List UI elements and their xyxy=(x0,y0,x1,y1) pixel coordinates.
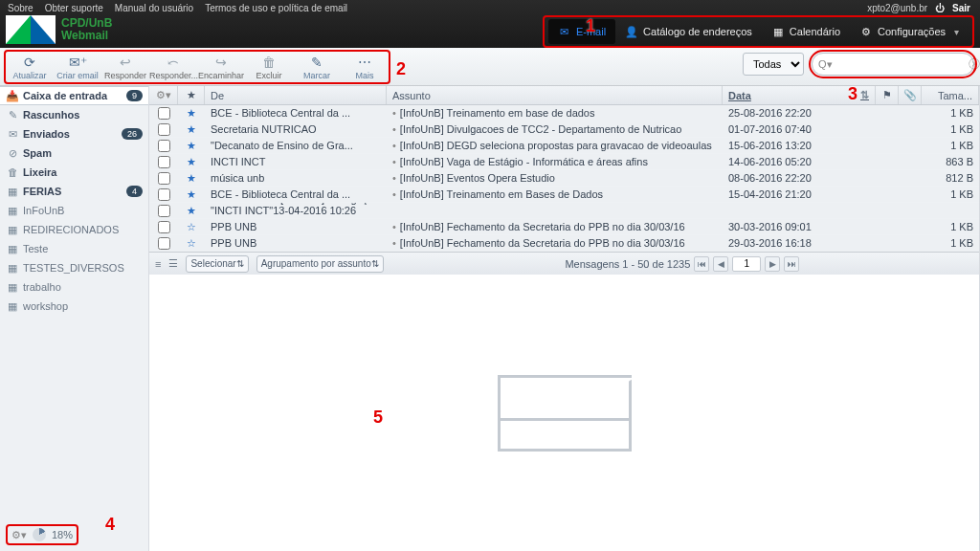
grouping-menu[interactable]: Agrupamento por assunto ⇅ xyxy=(256,255,384,273)
row-flag[interactable] xyxy=(876,219,899,234)
filter-select[interactable]: Todas xyxy=(743,53,804,76)
col-config[interactable]: ⚙▾ xyxy=(149,86,178,104)
row-attach xyxy=(899,138,922,153)
row-flag[interactable] xyxy=(876,187,899,202)
logout-button[interactable]: Sair xyxy=(952,3,970,13)
row-star[interactable]: ★ xyxy=(178,138,205,153)
row-checkbox[interactable] xyxy=(158,156,170,168)
page-input[interactable] xyxy=(732,256,761,272)
row-checkbox[interactable] xyxy=(158,140,170,152)
link-terms[interactable]: Termos de uso e política de email xyxy=(205,3,347,13)
message-row[interactable]: ★BCE - Biblioteca Central da ...•[InfoUn… xyxy=(149,187,979,203)
row-checkbox[interactable] xyxy=(158,172,170,185)
message-row[interactable]: ★"INCTI INCT" •[InfoUnB] Divulgação de v… xyxy=(149,203,979,219)
row-checkbox[interactable] xyxy=(158,107,170,120)
row-star[interactable]: ★ xyxy=(178,121,205,137)
link-manual[interactable]: Manual do usuário xyxy=(115,3,193,13)
row-attach xyxy=(899,105,922,121)
folder-trabalho[interactable]: ▦trabalho xyxy=(0,277,148,297)
folder-ferias[interactable]: ▦FERIAS4 xyxy=(0,182,148,201)
delete-button[interactable]: 🗑Excluir xyxy=(245,54,293,82)
row-from: PPB UNB xyxy=(205,235,387,251)
forward-label: Encaminhar xyxy=(197,71,245,80)
row-flag[interactable] xyxy=(876,138,899,153)
replyall-button[interactable]: ⤺Responder... xyxy=(149,54,197,82)
row-flag[interactable] xyxy=(876,121,899,137)
search-input[interactable] xyxy=(836,58,969,70)
message-row[interactable]: ★INCTI INCT•[InfoUnB] Vaga de Estágio - … xyxy=(149,154,979,170)
list-toggle-icon[interactable]: ☰ xyxy=(168,257,178,270)
row-flag[interactable] xyxy=(876,170,899,186)
row-flag[interactable] xyxy=(876,154,899,169)
message-row[interactable]: ★música unb•[InfoUnB] Eventos Opera Estu… xyxy=(149,170,979,187)
row-star[interactable]: ☆ xyxy=(178,219,205,234)
select-menu[interactable]: Selecionar ⇅ xyxy=(186,255,248,273)
folder-spam[interactable]: ⊘Spam xyxy=(0,143,148,163)
reply-button[interactable]: ↩Responder xyxy=(101,54,149,82)
row-checkbox[interactable] xyxy=(158,205,170,217)
top-bar: Sobre Obter suporte Manual do usuário Te… xyxy=(0,0,980,48)
col-date[interactable]: Data⇅ xyxy=(723,86,876,104)
row-date: 30-03-2016 09:01 xyxy=(723,219,876,234)
settings-gear-icon[interactable]: ⚙▾ xyxy=(11,529,27,541)
folder-teste[interactable]: ▦Teste xyxy=(0,239,148,258)
page-prev[interactable]: ◀ xyxy=(713,256,728,272)
row-star[interactable]: ★ xyxy=(178,203,205,218)
col-flag[interactable]: ⚑ xyxy=(876,86,899,104)
folder-name: InFoUnB xyxy=(23,205,143,216)
nav-calendar[interactable]: ▦ Calendário xyxy=(762,19,850,44)
search-box[interactable]: Q▾ ⓧ xyxy=(812,53,974,76)
mark-button[interactable]: ✎Marcar xyxy=(293,54,341,82)
row-star[interactable]: ★ xyxy=(178,154,205,169)
col-subject[interactable]: Assunto xyxy=(387,86,723,104)
folder-enviados[interactable]: ✉Enviados26 xyxy=(0,124,148,143)
folder-testes-diversos[interactable]: ▦TESTES_DIVERSOS xyxy=(0,258,148,277)
folder-icon: 🗑 xyxy=(6,166,19,178)
thread-toggle-icon[interactable]: ≡ xyxy=(155,258,161,270)
more-button[interactable]: ⋯Mais xyxy=(341,54,389,82)
refresh-button[interactable]: ⟳Atualizar xyxy=(6,54,54,82)
nav-email[interactable]: ✉ E-mail xyxy=(548,19,615,44)
message-row[interactable]: ★Secretaria NUTRICAO•[InfoUnB] Divulgaco… xyxy=(149,121,979,138)
link-support[interactable]: Obter suporte xyxy=(45,3,103,13)
link-about[interactable]: Sobre xyxy=(8,3,33,13)
clear-search-icon[interactable]: ⓧ xyxy=(969,56,980,73)
col-size[interactable]: Tama... xyxy=(922,86,979,104)
message-row[interactable]: ☆PPB UNB•[InfoUnB] Fechamento da Secreta… xyxy=(149,219,979,235)
folder-caixa-de-entrada[interactable]: 📥Caixa de entrada9 xyxy=(0,86,148,105)
page-last[interactable]: ⏭ xyxy=(784,256,799,272)
brand-logo: CPD/UnB Webmail xyxy=(6,15,112,44)
col-from[interactable]: De xyxy=(205,86,387,104)
row-flag[interactable] xyxy=(876,105,899,121)
row-star[interactable]: ★ xyxy=(178,105,205,121)
row-checkbox[interactable] xyxy=(158,188,170,201)
row-flag[interactable] xyxy=(876,235,899,251)
message-row[interactable]: ☆PPB UNB•[InfoUnB] Fechamento da Secreta… xyxy=(149,235,979,252)
row-checkbox[interactable] xyxy=(158,237,170,250)
row-checkbox[interactable] xyxy=(158,123,170,136)
nav-settings[interactable]: ⚙ Configurações ▾ xyxy=(850,19,969,44)
row-date: 25-08-2016 22:20 xyxy=(723,105,876,121)
message-row[interactable]: ★BCE - Biblioteca Central da ...•[InfoUn… xyxy=(149,105,979,121)
row-star[interactable]: ★ xyxy=(178,170,205,186)
message-row[interactable]: ★"Decanato de Ensino de Gra...•[InfoUnB]… xyxy=(149,138,979,154)
brand-mark-icon xyxy=(6,15,56,44)
folder-rascunhos[interactable]: ✎Rascunhos xyxy=(0,105,148,124)
col-star[interactable]: ★ xyxy=(178,86,205,104)
folder-workshop[interactable]: ▦workshop xyxy=(0,297,148,316)
folder-lixeira[interactable]: 🗑Lixeira xyxy=(0,163,148,182)
col-attach[interactable]: 📎 xyxy=(899,86,922,104)
row-size: 3 KB xyxy=(273,216,330,218)
row-star[interactable]: ★ xyxy=(178,187,205,202)
row-star[interactable]: ☆ xyxy=(178,235,205,251)
page-next[interactable]: ▶ xyxy=(765,256,780,272)
row-checkbox[interactable] xyxy=(158,221,170,233)
nav-addressbook[interactable]: 👤 Catálogo de endereços xyxy=(615,19,762,44)
row-date: 15-04-2016 21:20 xyxy=(723,187,876,202)
folder-infounb[interactable]: ▦InFoUnB xyxy=(0,201,148,220)
folder-redirecionados[interactable]: ▦REDIRECIONADOS xyxy=(0,220,148,239)
compose-button[interactable]: ✉⁺Criar email xyxy=(54,54,101,82)
page-first[interactable]: ⏮ xyxy=(694,256,709,272)
forward-button[interactable]: ↪Encaminhar xyxy=(197,54,245,82)
row-attach xyxy=(899,219,922,234)
